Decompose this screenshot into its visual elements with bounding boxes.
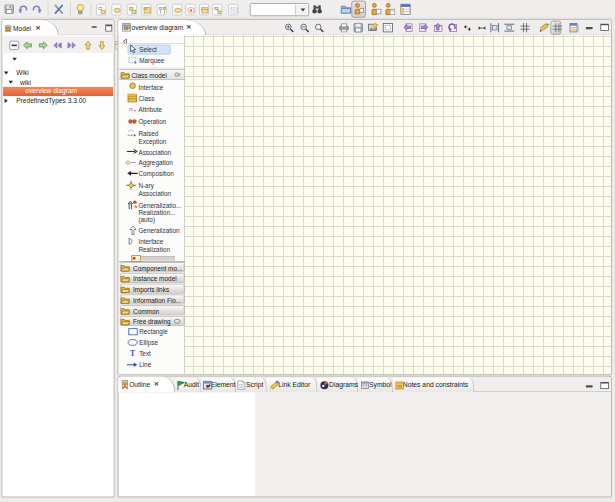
svg-text:n: n: [129, 105, 133, 112]
svg-text:T: T: [130, 349, 135, 358]
